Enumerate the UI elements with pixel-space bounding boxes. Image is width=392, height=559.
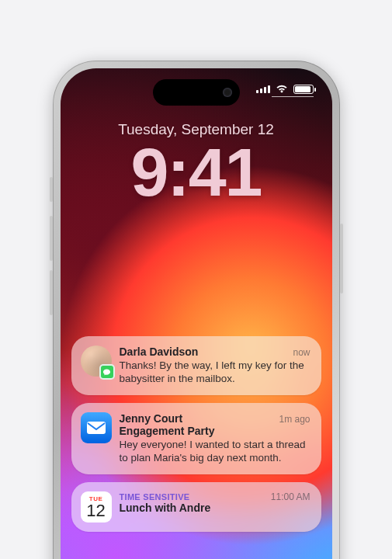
volume-down-button[interactable] [50, 270, 53, 315]
notification-body: Darla Davidson now Thanks! By the way, I… [120, 345, 310, 386]
front-camera-icon [223, 88, 232, 97]
notification-timestamp: 11:00 AM [271, 491, 310, 502]
messages-icon [99, 364, 115, 380]
battery-icon [293, 85, 314, 94]
calendar-day: 12 [86, 502, 105, 519]
mail-icon [81, 412, 112, 443]
cellular-signal-icon [256, 85, 270, 93]
notification-body: TIME SENSITIVE Lunch with Andre 11:00 AM [120, 491, 310, 523]
mute-switch[interactable] [50, 177, 53, 202]
volume-up-button[interactable] [50, 216, 53, 261]
svg-rect-0 [87, 422, 106, 434]
time-sensitive-label: TIME SENSITIVE [120, 492, 211, 502]
notification-title: Lunch with Andre [120, 502, 211, 515]
lockscreen-time: 9:41 [61, 140, 332, 205]
side-button[interactable] [340, 224, 343, 293]
calendar-icon: TUE 12 [81, 491, 112, 523]
notification-mail[interactable]: Jenny Court Engagement Party 1m ago Hey … [71, 403, 321, 474]
notification-subtitle: Engagement Party [120, 425, 215, 438]
notification-message: Hey everyone! I wanted to start a thread… [120, 439, 310, 465]
notification-timestamp: 1m ago [279, 414, 310, 425]
notification-message: Thanks! By the way, I left my key for th… [120, 359, 310, 386]
notification-messages[interactable]: Darla Davidson now Thanks! By the way, I… [71, 336, 321, 395]
dynamic-island[interactable] [153, 79, 240, 106]
phone-frame: Tuesday, September 12 9:41 Darla Davidso… [53, 61, 340, 559]
screen: Tuesday, September 12 9:41 Darla Davidso… [61, 68, 332, 559]
notification-calendar[interactable]: TUE 12 TIME SENSITIVE Lunch with Andre 1… [71, 482, 321, 532]
notification-title: Jenny Court [120, 412, 215, 425]
status-underline [272, 96, 314, 97]
battery-fill [295, 86, 310, 92]
status-bar [256, 82, 314, 96]
notification-stack: Darla Davidson now Thanks! By the way, I… [71, 336, 321, 532]
notification-body: Jenny Court Engagement Party 1m ago Hey … [120, 412, 310, 465]
contact-avatar [81, 345, 112, 377]
notification-timestamp: now [293, 347, 310, 358]
wifi-icon [275, 82, 289, 96]
notification-title: Darla Davidson [120, 345, 199, 359]
